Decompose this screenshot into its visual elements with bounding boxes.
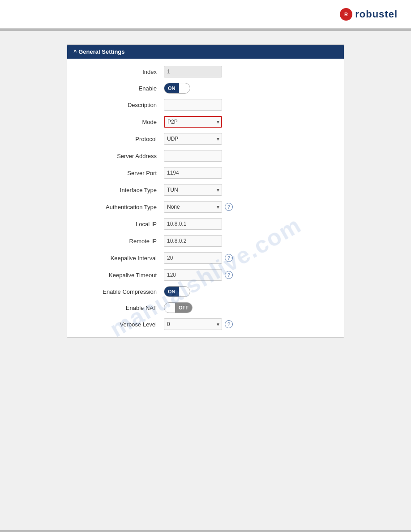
verbose-level-help-icon[interactable]: ? bbox=[225, 320, 233, 328]
verbose-level-select[interactable]: 0 1 2 3 4 5 6 bbox=[164, 318, 222, 330]
control-index bbox=[164, 66, 337, 77]
form-row-description: Description bbox=[67, 96, 344, 113]
label-server-address: Server Address bbox=[74, 153, 164, 159]
form-row-verbose-level: Verbose Level 0 1 2 3 4 5 6 ▼ bbox=[67, 316, 344, 333]
svg-text:R: R bbox=[344, 12, 348, 17]
control-keepalive-interval: ? bbox=[164, 252, 337, 264]
form-row-remote-ip: Remote IP bbox=[67, 232, 344, 249]
toggle-slider bbox=[180, 84, 189, 93]
label-local-ip: Local IP bbox=[74, 221, 164, 227]
label-index: Index bbox=[74, 69, 164, 75]
label-enable: Enable bbox=[74, 85, 164, 92]
logo-area: R robustel bbox=[340, 8, 398, 21]
control-local-ip bbox=[164, 218, 337, 230]
form-row-enable-compression: Enable Compression ON bbox=[67, 283, 344, 300]
logo-text: robustel bbox=[355, 9, 398, 20]
control-protocol: UDP TCP ▼ bbox=[164, 133, 337, 145]
keepalive-interval-field[interactable] bbox=[164, 252, 222, 264]
mode-select-wrapper: P2P Client Server ▼ bbox=[164, 116, 222, 128]
main-content: ^ General Settings Index Enable ON bbox=[0, 31, 411, 347]
index-field bbox=[164, 66, 222, 77]
keepalive-timeout-help-icon[interactable]: ? bbox=[225, 271, 233, 279]
label-enable-nat: Enable NAT bbox=[74, 305, 164, 311]
compression-toggle-on-text[interactable]: ON bbox=[164, 287, 179, 296]
protocol-select-wrapper: UDP TCP ▼ bbox=[164, 133, 222, 145]
keepalive-timeout-field[interactable] bbox=[164, 269, 222, 281]
remote-ip-field[interactable] bbox=[164, 235, 222, 247]
local-ip-field[interactable] bbox=[164, 218, 222, 230]
interface-type-select-wrapper: TUN TAP ▼ bbox=[164, 184, 222, 196]
control-interface-type: TUN TAP ▼ bbox=[164, 184, 337, 196]
control-keepalive-timeout: ? bbox=[164, 269, 337, 281]
panel-header: ^ General Settings bbox=[67, 45, 344, 59]
nat-toggle-off-text[interactable]: OFF bbox=[175, 303, 192, 313]
top-header: R robustel bbox=[0, 0, 411, 29]
robustel-logo-icon: R bbox=[340, 8, 352, 21]
control-auth-type: None Certificate Username/Password ▼ ? bbox=[164, 201, 337, 213]
label-keepalive-interval: Keepalive Interval bbox=[74, 255, 164, 262]
label-description: Description bbox=[74, 102, 164, 108]
protocol-select[interactable]: UDP TCP bbox=[164, 133, 222, 145]
server-address-field[interactable] bbox=[164, 150, 222, 162]
form-row-enable: Enable ON bbox=[67, 80, 344, 96]
control-enable-compression[interactable]: ON bbox=[164, 286, 337, 297]
label-remote-ip: Remote IP bbox=[74, 238, 164, 245]
description-field[interactable] bbox=[164, 99, 222, 111]
settings-panel: ^ General Settings Index Enable ON bbox=[67, 44, 344, 338]
bottom-footer bbox=[0, 530, 411, 532]
control-mode: P2P Client Server ▼ bbox=[164, 116, 337, 128]
label-interface-type: Interface Type bbox=[74, 187, 164, 193]
label-mode: Mode bbox=[74, 119, 164, 125]
interface-type-select[interactable]: TUN TAP bbox=[164, 184, 222, 196]
control-description bbox=[164, 99, 337, 111]
label-protocol: Protocol bbox=[74, 136, 164, 142]
form-row-interface-type: Interface Type TUN TAP ▼ bbox=[67, 181, 344, 198]
label-auth-type: Authentication Type bbox=[74, 204, 164, 210]
label-server-port: Server Port bbox=[74, 170, 164, 176]
verbose-level-select-wrapper: 0 1 2 3 4 5 6 ▼ bbox=[164, 318, 222, 330]
control-verbose-level: 0 1 2 3 4 5 6 ▼ ? bbox=[164, 318, 337, 330]
enable-compression-toggle[interactable]: ON bbox=[164, 286, 190, 297]
form-row-keepalive-timeout: Keepalive Timeout ? bbox=[67, 266, 344, 283]
control-server-port bbox=[164, 167, 337, 179]
form-row-mode: Mode P2P Client Server ▼ bbox=[67, 113, 344, 130]
control-enable-nat[interactable]: OFF bbox=[164, 302, 337, 313]
auth-type-select-wrapper: None Certificate Username/Password ▼ bbox=[164, 201, 222, 213]
form-row-index: Index bbox=[67, 63, 344, 80]
control-remote-ip bbox=[164, 235, 337, 247]
server-port-field[interactable] bbox=[164, 167, 222, 179]
auth-type-select[interactable]: None Certificate Username/Password bbox=[164, 201, 222, 213]
toggle-on-text[interactable]: ON bbox=[164, 83, 179, 93]
form-row-server-port: Server Port bbox=[67, 164, 344, 181]
form-row-auth-type: Authentication Type None Certificate Use… bbox=[67, 198, 344, 215]
form-row-local-ip: Local IP bbox=[67, 215, 344, 232]
panel-body: Index Enable ON Description bbox=[67, 59, 344, 337]
auth-type-help-icon[interactable]: ? bbox=[225, 203, 233, 211]
panel-title: ^ General Settings bbox=[73, 48, 125, 55]
label-verbose-level: Verbose Level bbox=[74, 321, 164, 328]
form-row-protocol: Protocol UDP TCP ▼ bbox=[67, 130, 344, 147]
nat-toggle-slider bbox=[165, 303, 174, 312]
enable-nat-toggle[interactable]: OFF bbox=[164, 302, 193, 313]
label-enable-compression: Enable Compression bbox=[74, 288, 164, 295]
enable-toggle[interactable]: ON bbox=[164, 83, 190, 94]
control-enable[interactable]: ON bbox=[164, 83, 337, 94]
keepalive-interval-help-icon[interactable]: ? bbox=[225, 254, 233, 262]
label-keepalive-timeout: Keepalive Timeout bbox=[74, 272, 164, 279]
form-row-enable-nat: Enable NAT OFF bbox=[67, 300, 344, 316]
control-server-address bbox=[164, 150, 337, 162]
form-row-keepalive-interval: Keepalive Interval ? bbox=[67, 249, 344, 266]
mode-select[interactable]: P2P Client Server bbox=[164, 116, 222, 128]
form-row-server-address: Server Address bbox=[67, 147, 344, 164]
compression-toggle-slider bbox=[180, 287, 189, 296]
